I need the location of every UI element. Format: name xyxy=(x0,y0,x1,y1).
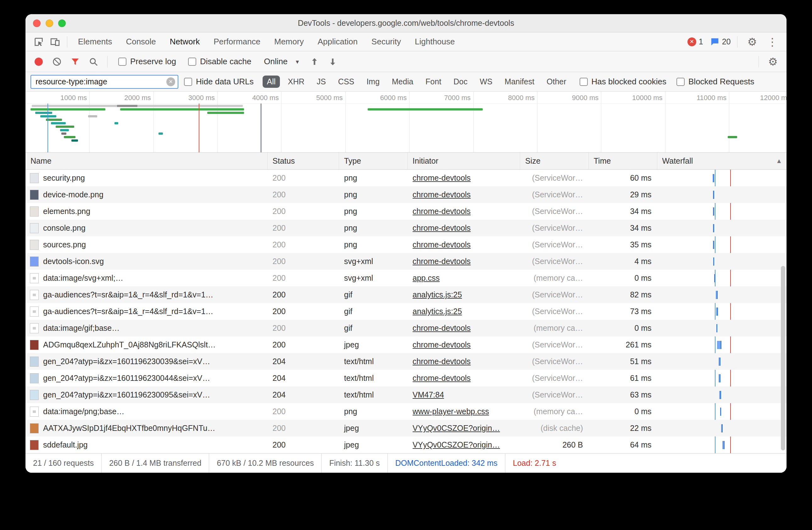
cell-type: png xyxy=(339,403,408,420)
request-name: gen_204?atyp=i&zx=1601196230039&sei=xV… xyxy=(43,357,210,366)
initiator-link[interactable]: chrome-devtools xyxy=(412,223,471,233)
close-window-button[interactable] xyxy=(33,19,41,27)
table-row[interactable]: elements.png200pngchrome-devtools(Servic… xyxy=(26,203,786,220)
filter-pill-img[interactable]: Img xyxy=(362,75,384,88)
tab-elements[interactable]: Elements xyxy=(71,32,119,51)
table-row[interactable]: gen_204?atyp=i&zx=1601196230039&sei=xV…2… xyxy=(26,353,786,370)
cell-size: (ServiceWor… xyxy=(520,236,589,253)
tab-application[interactable]: Application xyxy=(311,32,364,51)
transferred-summary: 260 B / 1.4 MB transferred xyxy=(101,454,209,473)
table-row[interactable]: console.png200pngchrome-devtools(Service… xyxy=(26,220,786,236)
device-toolbar-icon[interactable] xyxy=(47,34,63,50)
table-row[interactable]: gen_204?atyp=i&zx=1601196230095&sei=xV…2… xyxy=(26,387,786,403)
table-row[interactable]: devtools-icon.svg200svg+xmlchrome-devtoo… xyxy=(26,253,786,270)
inspect-element-icon[interactable] xyxy=(30,34,47,50)
initiator-link[interactable]: www-player-webp.css xyxy=(412,407,489,416)
column-header-name[interactable]: Name xyxy=(26,153,267,169)
table-row[interactable]: device-mode.png200pngchrome-devtools(Ser… xyxy=(26,186,786,203)
file-icon xyxy=(30,407,39,417)
filter-pill-manifest[interactable]: Manifest xyxy=(501,75,539,88)
load-summary: Load: 2.71 s xyxy=(505,454,564,473)
tab-network[interactable]: Network xyxy=(163,32,207,51)
tab-performance[interactable]: Performance xyxy=(207,32,267,51)
window-controls xyxy=(33,19,66,27)
column-header-waterfall[interactable]: Waterfall ▲ xyxy=(657,153,786,169)
initiator-link[interactable]: VYyQv0CSZOE?origin… xyxy=(412,440,500,449)
filter-pill-css[interactable]: CSS xyxy=(334,75,359,88)
table-row[interactable]: security.png200pngchrome-devtools(Servic… xyxy=(26,170,786,186)
column-header-type[interactable]: Type xyxy=(339,153,408,169)
settings-gear-icon[interactable]: ⚙ xyxy=(744,37,761,47)
record-network-log-button[interactable] xyxy=(30,54,47,69)
filter-input[interactable] xyxy=(30,75,178,89)
initiator-link[interactable]: chrome-devtools xyxy=(412,340,471,349)
table-row[interactable]: ADGmqu8qexLZuhphT_0Aj88Ng8riLFKASQlslt…2… xyxy=(26,336,786,353)
filter-pill-ws[interactable]: WS xyxy=(475,75,496,88)
network-settings-gear-icon[interactable]: ⚙ xyxy=(765,56,782,67)
table-row[interactable]: data:image/gif;base…200gifchrome-devtool… xyxy=(26,320,786,336)
overview-bar xyxy=(32,105,243,107)
clear-network-log-button[interactable] xyxy=(49,54,65,69)
error-count-badge[interactable]: ✕ 1 xyxy=(687,37,703,46)
table-row[interactable]: ga-audiences?t=sr&aip=1&_r=4&slf_rd=1&v=… xyxy=(26,303,786,320)
tab-console[interactable]: Console xyxy=(119,32,163,51)
minimize-window-button[interactable] xyxy=(46,19,53,27)
export-har-icon[interactable] xyxy=(324,54,341,69)
initiator-link[interactable]: chrome-devtools xyxy=(412,374,471,383)
initiator-link[interactable]: analytics.js:25 xyxy=(412,290,462,299)
import-har-icon[interactable] xyxy=(306,54,323,69)
more-options-icon[interactable]: ⋮ xyxy=(763,37,782,47)
tab-security[interactable]: Security xyxy=(364,32,408,51)
initiator-link[interactable]: chrome-devtools xyxy=(412,357,471,366)
tab-memory[interactable]: Memory xyxy=(267,32,311,51)
filter-pill-js[interactable]: JS xyxy=(312,75,330,88)
initiator-link[interactable]: VYyQv0CSZOE?origin… xyxy=(412,423,500,433)
console-message-badge[interactable]: 20 xyxy=(710,37,731,46)
filter-pill-all[interactable]: All xyxy=(263,75,280,88)
filter-pill-doc[interactable]: Doc xyxy=(449,75,472,88)
clear-filter-icon[interactable]: ✕ xyxy=(166,78,175,86)
table-row[interactable]: AATXAJywSIpD1jf4EbqHXTfbe0mnyHqGFNTu…200… xyxy=(26,420,786,436)
filter-pill-media[interactable]: Media xyxy=(388,75,418,88)
initiator-link[interactable]: chrome-devtools xyxy=(412,257,471,266)
table-row[interactable]: data:image/png;base…200pngwww-player-web… xyxy=(26,403,786,420)
search-icon[interactable] xyxy=(85,54,102,69)
tab-lighthouse[interactable]: Lighthouse xyxy=(408,32,462,51)
filter-pill-other[interactable]: Other xyxy=(542,75,571,88)
network-overview[interactable]: 1000 ms2000 ms3000 ms4000 ms5000 ms6000 … xyxy=(26,92,786,153)
initiator-link[interactable]: app.css xyxy=(412,274,440,283)
cell-time: 34 ms xyxy=(589,220,657,236)
filter-pill-xhr[interactable]: XHR xyxy=(284,75,309,88)
initiator-link[interactable]: chrome-devtools xyxy=(412,323,471,333)
table-row[interactable]: gen_204?atyp=i&zx=1601196230044&sei=xV…2… xyxy=(26,370,786,387)
devtools-window: DevTools - developers.google.com/web/too… xyxy=(26,14,786,473)
blocked-requests-checkbox[interactable]: Blocked Requests xyxy=(677,77,754,86)
initiator-link[interactable]: chrome-devtools xyxy=(412,207,471,216)
table-row[interactable]: ga-audiences?t=sr&aip=1&_r=4&slf_rd=1&v=… xyxy=(26,287,786,303)
initiator-link[interactable]: analytics.js:25 xyxy=(412,307,462,316)
table-row[interactable]: sddefault.jpg200jpegVYyQv0CSZOE?origin…2… xyxy=(26,436,786,453)
throttling-select[interactable]: Online ▾ xyxy=(264,57,299,66)
filter-pill-font[interactable]: Font xyxy=(421,75,446,88)
initiator-link[interactable]: chrome-devtools xyxy=(412,240,471,249)
table-row[interactable]: sources.png200pngchrome-devtools(Service… xyxy=(26,236,786,253)
initiator-link[interactable]: VM47:84 xyxy=(412,390,444,400)
column-header-initiator[interactable]: Initiator xyxy=(408,153,520,169)
disable-cache-checkbox[interactable]: Disable cache xyxy=(188,57,251,66)
zoom-window-button[interactable] xyxy=(58,19,66,27)
has-blocked-cookies-checkbox[interactable]: Has blocked cookies xyxy=(580,77,666,86)
hide-data-urls-checkbox[interactable]: Hide data URLs xyxy=(184,77,254,86)
cell-size: 260 B xyxy=(520,436,589,453)
preserve-log-checkbox[interactable]: Preserve log xyxy=(118,57,176,66)
filter-funnel-icon[interactable] xyxy=(67,54,83,69)
column-header-size[interactable]: Size xyxy=(520,153,589,169)
cell-status: 200 xyxy=(267,236,339,253)
column-header-status[interactable]: Status xyxy=(267,153,339,169)
cell-status: 200 xyxy=(267,436,339,453)
vertical-scrollbar-thumb[interactable] xyxy=(781,266,785,450)
column-header-time[interactable]: Time xyxy=(589,153,657,169)
initiator-link[interactable]: chrome-devtools xyxy=(412,173,471,183)
cell-size: (memory ca… xyxy=(520,270,589,287)
initiator-link[interactable]: chrome-devtools xyxy=(412,190,471,199)
table-row[interactable]: data:image/svg+xml;…200svg+xmlapp.css(me… xyxy=(26,270,786,287)
